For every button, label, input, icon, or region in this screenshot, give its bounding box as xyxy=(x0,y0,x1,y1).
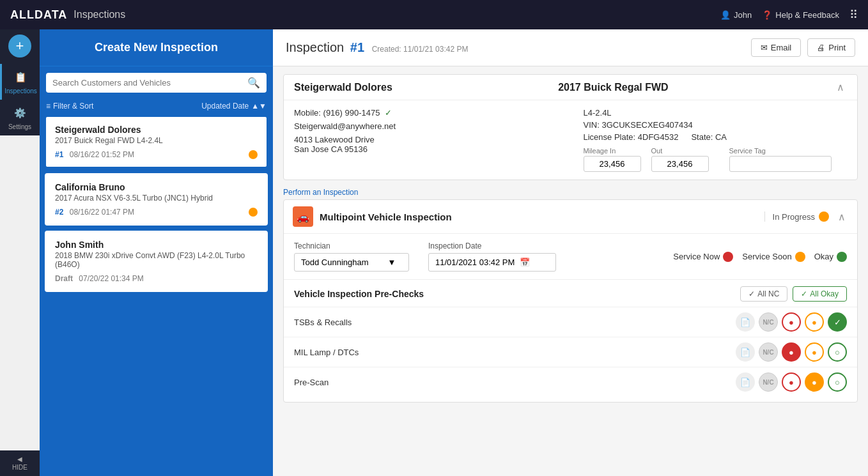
date-input-wrapper: 11/01/2021 03:42 PM 📅 xyxy=(428,253,556,272)
inspection-list: Steigerwald Dolores 2017 Buick Regal FWD… xyxy=(40,116,273,476)
all-nc-button[interactable]: ✓ All NC xyxy=(740,286,787,302)
vin-row: VIN: 3GCUKSECXEG407434 xyxy=(584,120,848,130)
service-soon-button[interactable]: ● xyxy=(805,312,824,332)
notes-button[interactable]: 📄 xyxy=(736,372,755,392)
print-button[interactable]: 🖨 Print xyxy=(807,38,855,57)
customer-details: Mobile: (916) 990-1475 ✓ Steigerwald@any… xyxy=(294,108,558,172)
inspection-card[interactable]: Steigerwald Dolores 2017 Buick Regal FWD… xyxy=(45,116,268,168)
service-tag-input[interactable] xyxy=(729,156,832,172)
calendar-icon[interactable]: 📅 xyxy=(520,257,530,267)
multipoint-card: 🚗 Multipoint Vehicle Inspection In Progr… xyxy=(283,199,858,403)
add-button[interactable]: + xyxy=(8,35,31,58)
service-soon-button[interactable]: ● xyxy=(805,342,824,362)
okay-button[interactable]: ✓ xyxy=(828,312,847,332)
user-menu[interactable]: 👤 John xyxy=(720,10,752,20)
notes-button[interactable]: 📄 xyxy=(736,342,755,362)
check-actions: 📄 N/C ● ● ○ xyxy=(736,342,847,362)
inspection-created-date: Created: 11/01/21 03:42 PM xyxy=(372,45,469,54)
check-row-mil: MIL Lamp / DTCs 📄 N/C ● ● ○ xyxy=(284,337,857,367)
cv-card-body: Mobile: (916) 990-1475 ✓ Steigerwald@any… xyxy=(284,100,857,180)
help-label: Help & Feedback xyxy=(775,10,839,20)
check-icon: ✓ xyxy=(748,289,755,298)
header-actions: ✉ Email 🖨 Print xyxy=(751,38,855,57)
card-footer: Draft 07/20/22 01:34 PM xyxy=(55,274,258,283)
sidebar-item-inspections[interactable]: 📋 Inspections xyxy=(0,64,40,100)
mileage-in-input[interactable] xyxy=(584,156,641,172)
email-value: Steigerwald@anywhere.net xyxy=(294,121,396,131)
hide-button[interactable]: ◀ HIDE xyxy=(0,450,40,476)
collapse-cv-button[interactable]: ∧ xyxy=(834,81,847,93)
icon-sidebar: + 📋 Inspections ⚙️ Settings xyxy=(0,29,40,135)
nc-button[interactable]: N/C xyxy=(759,312,778,332)
state-value: CA xyxy=(715,132,727,142)
vin-label: VIN: xyxy=(584,120,600,130)
mobile-value: (916) 990-1475 xyxy=(323,108,380,118)
multipoint-header-right: In Progress ∧ xyxy=(764,211,848,223)
service-now-button[interactable]: ● xyxy=(782,312,801,332)
search-icon[interactable]: 🔍 xyxy=(247,77,260,89)
in-progress-badge: In Progress xyxy=(764,211,829,222)
search-input[interactable] xyxy=(52,78,244,88)
apps-icon[interactable]: ⠿ xyxy=(849,8,858,22)
notes-button[interactable]: 📄 xyxy=(736,312,755,332)
inspection-header: Inspection #1 Created: 11/01/21 03:42 PM… xyxy=(273,29,868,66)
inspections-icon: 📋 xyxy=(13,69,29,86)
help-button[interactable]: ❓ Help & Feedback xyxy=(762,10,839,20)
pre-checks-section: Vehicle Inspection Pre-Checks ✓ All NC ✓… xyxy=(284,280,857,402)
date-field: Inspection Date 11/01/2021 03:42 PM 📅 xyxy=(428,242,556,272)
customer-name: John Smith xyxy=(55,240,258,250)
vehicle-full-name: 2017 Buick Regal FWD xyxy=(558,82,669,93)
inspection-card[interactable]: John Smith 2018 BMW 230i xDrive Convt AW… xyxy=(45,231,268,292)
service-now-button[interactable]: ● xyxy=(782,372,801,392)
help-icon: ❓ xyxy=(762,10,772,20)
verify-icon: ✓ xyxy=(385,108,392,118)
check-label: MIL Lamp / DTCs xyxy=(294,348,359,357)
create-inspection-button[interactable]: Create New Inspection xyxy=(40,29,273,66)
mileage-in: Mileage In xyxy=(584,147,641,172)
technician-value: Todd Cunningham xyxy=(301,257,369,267)
date-value: 11/01/2021 03:42 PM xyxy=(435,257,515,267)
nc-button[interactable]: N/C xyxy=(759,372,778,392)
check-label: TSBs & Recalls xyxy=(294,318,352,327)
okay-legend: Okay xyxy=(814,252,847,262)
check-icon: ✓ xyxy=(801,289,807,298)
mileage-out-input[interactable] xyxy=(651,156,709,172)
sort-icon: ▲▼ xyxy=(251,102,267,111)
sidebar-item-settings[interactable]: ⚙️ Settings xyxy=(0,100,40,135)
sidebar-item-label: Inspections xyxy=(4,88,37,95)
service-soon-button[interactable]: ● xyxy=(805,372,824,392)
pre-checks-actions: ✓ All NC ✓ All Okay xyxy=(740,286,847,302)
alldata-logo: ALLDATA xyxy=(10,8,67,22)
collapse-multipoint-button[interactable]: ∧ xyxy=(835,211,848,223)
multipoint-icon: 🚗 xyxy=(293,206,313,227)
technician-field: Technician Todd Cunningham ▼ xyxy=(294,242,409,272)
check-actions: 📄 N/C ● ● ○ xyxy=(736,372,847,392)
customer-name: Steigerwald Dolores xyxy=(55,125,258,135)
user-icon: 👤 xyxy=(720,10,731,20)
hide-icon: ◀ xyxy=(17,456,22,463)
okay-button[interactable]: ○ xyxy=(828,372,847,392)
inspection-card[interactable]: California Bruno 2017 Acura NSX V6-3.5L … xyxy=(45,173,268,226)
vehicle-details: L4-2.4L VIN: 3GCUKSECXEG407434 License P… xyxy=(584,108,848,172)
perform-label: Perform an Inspection xyxy=(283,188,858,197)
vehicle-info: 2017 Acura NSX V6-3.5L Turbo (JNC1) Hybr… xyxy=(55,194,258,203)
technician-select[interactable]: Todd Cunningham ▼ xyxy=(294,253,409,272)
status-indicator xyxy=(249,208,258,217)
customer-name: California Bruno xyxy=(55,182,258,192)
search-bar: 🔍 xyxy=(46,73,267,93)
service-now-button[interactable]: ● xyxy=(782,342,801,362)
plate-value: 4DFG4532 xyxy=(638,132,679,142)
inspection-date: 07/20/22 01:34 PM xyxy=(79,274,143,283)
mobile-row: Mobile: (916) 990-1475 ✓ xyxy=(294,108,558,118)
customer-full-name: Steigerwald Dolores xyxy=(294,82,392,93)
mileage-out-label: Out xyxy=(651,147,709,155)
nc-button[interactable]: N/C xyxy=(759,342,778,362)
card-footer: #1 08/16/22 01:52 PM xyxy=(55,150,258,159)
inspection-number: #2 xyxy=(55,208,63,217)
mileage-section: Mileage In Out Service Tag xyxy=(584,147,848,172)
sort-button[interactable]: Updated Date ▲▼ xyxy=(201,102,267,111)
filter-sort-button[interactable]: ≡ Filter & Sort xyxy=(46,102,93,111)
email-button[interactable]: ✉ Email xyxy=(751,38,802,57)
all-okay-button[interactable]: ✓ All Okay xyxy=(793,286,847,302)
okay-button[interactable]: ○ xyxy=(828,342,847,362)
